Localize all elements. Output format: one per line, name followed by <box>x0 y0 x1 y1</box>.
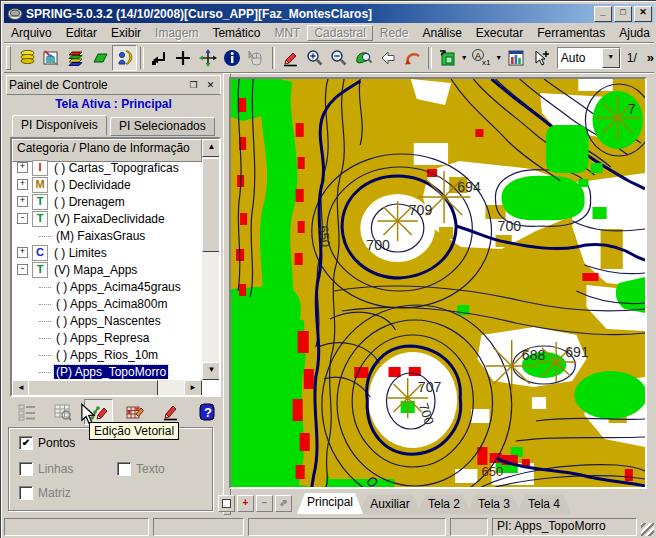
info-icon <box>222 48 242 68</box>
resize-grip[interactable] <box>641 523 654 536</box>
zoom-out-button[interactable] <box>327 45 351 71</box>
menu-analise[interactable]: Análise <box>416 25 469 41</box>
collapse-box[interactable]: - <box>17 264 28 275</box>
map-viewport[interactable]: 694 709 700 700 688 691 707 7 650 700 65… <box>229 77 647 489</box>
collapse-box[interactable]: - <box>17 213 28 224</box>
checkbox-mark[interactable]: ✔ <box>19 436 33 450</box>
tree-item-apps-topomorro[interactable]: (P) Apps_TopoMorro <box>13 363 201 379</box>
close-button[interactable]: ✕ <box>634 6 652 22</box>
tree-connector <box>39 303 51 305</box>
tab-auxiliar[interactable]: Auxiliar <box>359 495 421 514</box>
tab-principal[interactable]: Principal <box>297 493 363 514</box>
tree-item-apps-nascentes[interactable]: ( ) Apps_Nascentes <box>13 312 201 329</box>
menu-ajuda[interactable]: Ajuda <box>612 25 656 41</box>
screen-blank-button[interactable] <box>218 495 235 512</box>
tree-item-limites[interactable]: +C( ) Limites <box>13 244 201 261</box>
redraw-button[interactable] <box>400 45 424 71</box>
expand-box[interactable]: + <box>17 179 28 190</box>
maximize-button[interactable]: □ <box>614 6 632 22</box>
tab-tela-3[interactable]: Tela 3 <box>467 495 521 514</box>
select-plus-button[interactable] <box>528 45 552 71</box>
tree-item-apps-acima45graus[interactable]: ( ) Apps_Acima45graus <box>13 278 201 295</box>
screen-detach-button[interactable]: ⇗ <box>275 495 292 512</box>
minimize-button[interactable]: _ <box>594 6 612 22</box>
scale-combo-arrow[interactable]: ▼ <box>602 48 620 68</box>
expand-box[interactable]: + <box>17 162 28 173</box>
zoom-area-icon <box>354 48 374 68</box>
panel-header[interactable]: Painel de Controle ❐ ✕ <box>6 75 221 95</box>
list-config-button <box>12 399 41 425</box>
tab-tela-4[interactable]: Tela 4 <box>517 495 571 514</box>
tab-tela-2[interactable]: Tela 2 <box>417 495 471 514</box>
layers-button[interactable] <box>64 45 88 71</box>
text-scale-icon: Ax1 <box>470 48 492 68</box>
draw-line-button[interactable] <box>147 45 171 71</box>
database-button[interactable] <box>15 45 39 71</box>
checkbox-pontos[interactable]: ✔Pontos <box>19 436 75 450</box>
help-button[interactable]: ? <box>192 399 221 425</box>
scroll-down-button[interactable]: ▼ <box>202 362 221 380</box>
info-button[interactable] <box>220 45 244 71</box>
zoom-area-button[interactable] <box>352 45 376 71</box>
tree-vscrollbar[interactable]: ▲ ▼ <box>202 139 219 380</box>
control-panel-button[interactable] <box>112 45 136 71</box>
tab-pi-disponiveis[interactable]: PI Disponíveis <box>12 115 107 136</box>
toolbar-overflow-chevron[interactable]: » <box>647 50 654 65</box>
titlebar[interactable]: SPRING-5.0.3.2 (14/10/2008)[Curso_APP][F… <box>4 4 654 23</box>
screen-add-button[interactable]: + <box>237 495 254 512</box>
model-data-button[interactable] <box>39 45 63 71</box>
panel-close-button[interactable]: ✕ <box>203 79 218 92</box>
measure-button <box>244 45 268 71</box>
undo-arrow-icon <box>403 48 423 68</box>
text-scale-dropdown[interactable]: ▼ <box>494 54 504 61</box>
hscroll-thumb[interactable] <box>28 380 158 397</box>
zoom-in-button[interactable] <box>303 45 327 71</box>
screen-remove-button[interactable]: − <box>256 495 273 512</box>
panel-float-button[interactable]: ❐ <box>186 79 201 92</box>
edit-button[interactable] <box>278 45 302 71</box>
elevation-label-709: 709 <box>409 202 433 218</box>
scale-combo[interactable]: Auto ▼ <box>557 47 621 69</box>
expand-box[interactable]: + <box>17 196 28 207</box>
tree-item-mapa-apps[interactable]: -T(V) Mapa_Apps <box>13 261 201 278</box>
tree-item-faixadeclividade[interactable]: -T(V) FaixaDeclividade <box>13 210 201 227</box>
tree-item-drenagem[interactable]: +T( ) Drenagem <box>13 193 201 210</box>
vscroll-thumb[interactable] <box>202 158 221 252</box>
tree-item-apps-acima800m[interactable]: ( ) Apps_Acima800m <box>13 295 201 312</box>
menu-editar[interactable]: Editar <box>59 25 104 41</box>
add-point-button[interactable] <box>171 45 195 71</box>
tree-hscrollbar[interactable]: ◄ ► <box>12 380 202 395</box>
toolbar-grip[interactable] <box>6 46 11 70</box>
expand-box[interactable]: + <box>17 247 28 258</box>
tree-item-declividade[interactable]: +M( ) Declividade <box>13 176 201 193</box>
menu-executar[interactable]: Executar <box>469 25 530 41</box>
import-vector-dropdown[interactable]: ▼ <box>459 54 469 61</box>
import-vector-button[interactable] <box>435 45 459 71</box>
svg-text:x1: x1 <box>482 58 491 67</box>
menu-tematico[interactable]: Temático <box>205 25 267 41</box>
zoom-in-icon <box>305 48 325 68</box>
pan-button[interactable] <box>195 45 219 71</box>
contour-label-650-red: 650 <box>481 464 503 479</box>
polygon-button[interactable] <box>88 45 112 71</box>
tree-item-apps-represa[interactable]: ( ) Apps_Represa <box>13 329 201 346</box>
tree-item-cartas[interactable]: +I( ) Cartas_Topograficas <box>13 159 201 176</box>
tab-pi-selecionados[interactable]: PI Selecionados <box>110 117 215 136</box>
category-icon-mnt: M <box>32 177 48 193</box>
menu-arquivo[interactable]: Arquivo <box>4 25 59 41</box>
histogram-button[interactable] <box>504 45 528 71</box>
menu-cadastral[interactable]: Cadastral <box>307 25 372 41</box>
text-scale-button[interactable]: Ax1 <box>469 45 493 71</box>
tree-connector <box>39 320 51 322</box>
scroll-up-button[interactable]: ▲ <box>202 139 221 157</box>
menu-exibir[interactable]: Exibir <box>104 25 148 41</box>
menu-ferramentas[interactable]: Ferramentas <box>530 25 612 41</box>
previous-view-button[interactable] <box>376 45 400 71</box>
tree-item-faixasgraus[interactable]: (M) FaixasGraus <box>13 227 201 244</box>
scroll-right-button[interactable]: ► <box>184 380 202 397</box>
status-panel-3 <box>248 518 446 536</box>
blank-square-icon <box>222 499 231 508</box>
elevation-label-688: 688 <box>522 347 546 363</box>
map-canvas[interactable]: 694 709 700 700 688 691 707 7 650 700 65… <box>231 79 645 487</box>
tree-item-apps-rios-10m[interactable]: ( ) Apps_Rios_10m <box>13 346 201 363</box>
